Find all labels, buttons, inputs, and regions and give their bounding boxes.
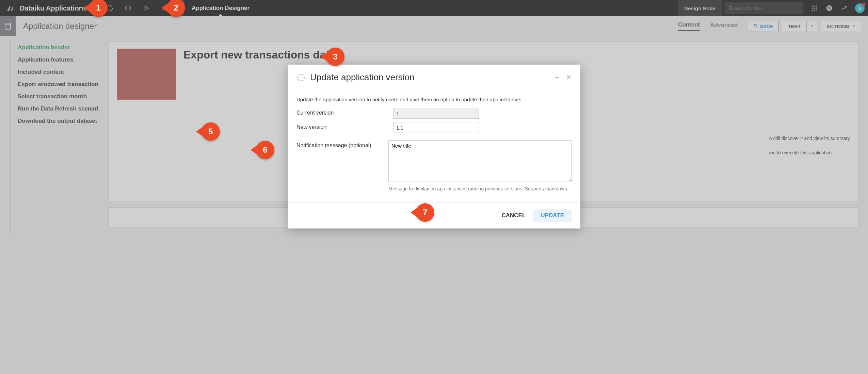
notification-message-field[interactable] — [388, 140, 572, 182]
label-current-version: Current version — [296, 108, 393, 116]
close-icon[interactable]: ✕ — [566, 73, 572, 82]
new-version-field[interactable] — [393, 122, 479, 133]
label-new-version: New version — [296, 122, 393, 130]
callout-6: 6 — [256, 141, 274, 159]
modal-instruction: Update the application version to notify… — [296, 97, 572, 102]
label-notification-message: Notification message (optional) — [296, 140, 388, 149]
spinner-icon — [296, 73, 305, 82]
update-button[interactable]: UPDATE — [533, 209, 572, 222]
svg-point-17 — [298, 74, 304, 81]
callout-7: 7 — [416, 203, 434, 222]
callout-3: 3 — [326, 48, 344, 66]
current-version-field — [393, 108, 479, 119]
message-hint: Message to display on app instances runn… — [388, 186, 572, 191]
modal-title: Update application version — [310, 72, 414, 83]
cancel-button[interactable]: CANCEL — [502, 212, 526, 219]
callout-5: 5 — [202, 122, 220, 141]
minimize-icon[interactable]: − — [554, 73, 559, 82]
update-version-modal: Update application version − ✕ Update th… — [288, 65, 580, 228]
